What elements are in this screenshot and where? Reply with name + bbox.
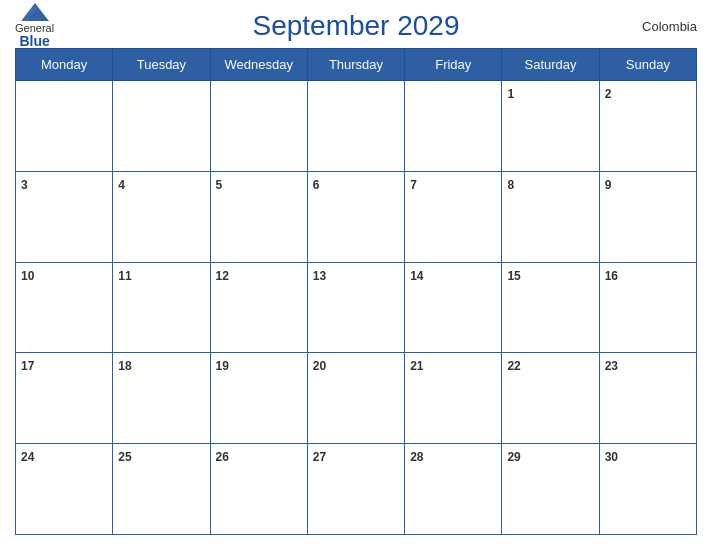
calendar-cell: 13 — [307, 262, 404, 353]
calendar-cell — [16, 81, 113, 172]
day-of-week-friday: Friday — [405, 49, 502, 81]
day-number: 12 — [216, 269, 229, 283]
calendar-header-row: MondayTuesdayWednesdayThursdayFridaySatu… — [16, 49, 697, 81]
day-number: 4 — [118, 178, 125, 192]
day-number: 22 — [507, 359, 520, 373]
calendar-cell: 18 — [113, 353, 210, 444]
page-title: September 2029 — [252, 10, 459, 42]
week-row-5: 24252627282930 — [16, 444, 697, 535]
day-of-week-monday: Monday — [16, 49, 113, 81]
day-number: 14 — [410, 269, 423, 283]
calendar-table: MondayTuesdayWednesdayThursdayFridaySatu… — [15, 48, 697, 535]
day-number: 1 — [507, 87, 514, 101]
day-number: 27 — [313, 450, 326, 464]
calendar-cell — [405, 81, 502, 172]
day-number: 23 — [605, 359, 618, 373]
calendar-cell: 26 — [210, 444, 307, 535]
day-number: 8 — [507, 178, 514, 192]
day-number: 9 — [605, 178, 612, 192]
calendar-cell: 9 — [599, 171, 696, 262]
week-row-3: 10111213141516 — [16, 262, 697, 353]
logo-blue-text: Blue — [19, 34, 49, 49]
calendar-cell: 15 — [502, 262, 599, 353]
calendar-cell: 8 — [502, 171, 599, 262]
calendar-cell: 24 — [16, 444, 113, 535]
day-of-week-wednesday: Wednesday — [210, 49, 307, 81]
calendar-cell: 29 — [502, 444, 599, 535]
day-number: 13 — [313, 269, 326, 283]
day-number: 17 — [21, 359, 34, 373]
calendar-cell: 10 — [16, 262, 113, 353]
day-number: 3 — [21, 178, 28, 192]
day-of-week-thursday: Thursday — [307, 49, 404, 81]
day-number: 6 — [313, 178, 320, 192]
day-number: 16 — [605, 269, 618, 283]
calendar-cell: 6 — [307, 171, 404, 262]
week-row-1: 12 — [16, 81, 697, 172]
calendar-cell: 22 — [502, 353, 599, 444]
calendar-cell: 21 — [405, 353, 502, 444]
calendar-cell — [307, 81, 404, 172]
calendar-cell: 2 — [599, 81, 696, 172]
calendar-cell: 20 — [307, 353, 404, 444]
calendar-cell: 11 — [113, 262, 210, 353]
calendar-cell: 1 — [502, 81, 599, 172]
calendar-cell: 23 — [599, 353, 696, 444]
day-number: 24 — [21, 450, 34, 464]
day-number: 20 — [313, 359, 326, 373]
calendar-cell: 17 — [16, 353, 113, 444]
day-number: 29 — [507, 450, 520, 464]
calendar-header: General Blue September 2029 Colombia — [15, 10, 697, 42]
week-row-4: 17181920212223 — [16, 353, 697, 444]
country-label: Colombia — [642, 19, 697, 34]
day-number: 25 — [118, 450, 131, 464]
day-number: 5 — [216, 178, 223, 192]
calendar-cell: 5 — [210, 171, 307, 262]
day-of-week-saturday: Saturday — [502, 49, 599, 81]
day-number: 18 — [118, 359, 131, 373]
day-number: 26 — [216, 450, 229, 464]
logo: General Blue — [15, 3, 54, 49]
day-number: 2 — [605, 87, 612, 101]
day-number: 11 — [118, 269, 131, 283]
day-number: 7 — [410, 178, 417, 192]
day-of-week-tuesday: Tuesday — [113, 49, 210, 81]
day-number: 15 — [507, 269, 520, 283]
day-number: 19 — [216, 359, 229, 373]
day-number: 10 — [21, 269, 34, 283]
calendar-cell: 4 — [113, 171, 210, 262]
calendar-cell — [113, 81, 210, 172]
calendar-cell: 27 — [307, 444, 404, 535]
calendar-cell: 28 — [405, 444, 502, 535]
calendar-cell — [210, 81, 307, 172]
calendar-cell: 14 — [405, 262, 502, 353]
calendar-cell: 16 — [599, 262, 696, 353]
calendar-cell: 19 — [210, 353, 307, 444]
day-number: 21 — [410, 359, 423, 373]
day-of-week-sunday: Sunday — [599, 49, 696, 81]
day-number: 30 — [605, 450, 618, 464]
calendar-cell: 7 — [405, 171, 502, 262]
calendar-cell: 3 — [16, 171, 113, 262]
week-row-2: 3456789 — [16, 171, 697, 262]
calendar-cell: 12 — [210, 262, 307, 353]
calendar-cell: 25 — [113, 444, 210, 535]
logo-icon — [21, 3, 49, 21]
day-number: 28 — [410, 450, 423, 464]
calendar-cell: 30 — [599, 444, 696, 535]
